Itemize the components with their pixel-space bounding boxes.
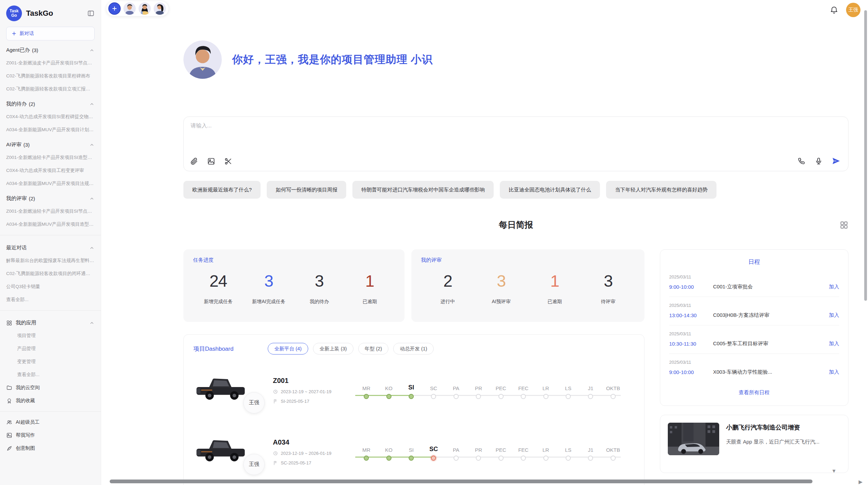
sidebar-item[interactable]: C0X4-动力总成开发项目工程变更评审 [5, 164, 95, 177]
recent-item[interactable]: 解释最新出台的欧盟报废车法规再生塑料比例被调至15%... [5, 254, 95, 267]
chevron-up-icon [89, 320, 95, 326]
milestone-label: J1 [579, 382, 602, 391]
section-header-recent[interactable]: 最近对话 [5, 239, 95, 254]
horizontal-scrollbar[interactable] [110, 480, 812, 483]
new-chat-button[interactable]: 新对话 [6, 27, 95, 40]
recent-item[interactable]: C02-飞腾新能源轻客改款项目的闭环通告反馈情况 [5, 267, 95, 280]
creative-drawing-label: 创意制图 [16, 445, 35, 451]
agent-avatar-1[interactable] [123, 2, 136, 15]
sidebar-item[interactable]: Z001-全新燃油轻卡产品开发项目SI造型提交物评审 [5, 151, 95, 164]
tab-year-model[interactable]: 年型 (2) [358, 343, 389, 355]
milestone-label: PR [467, 444, 490, 453]
chat-input[interactable] [191, 122, 656, 143]
sidebar-item[interactable]: C0X4-动力总成开发项目SI里程碑提交物检查 [5, 110, 95, 123]
stat-value: 3 [581, 272, 635, 290]
section-header-my-review[interactable]: 我的评审 (2) [5, 190, 95, 205]
attachment-paperclip-icon[interactable] [190, 157, 198, 165]
stat-review-overdue: 1 已逾期 [528, 272, 581, 305]
stat-label: 待评审 [581, 299, 635, 305]
join-link[interactable]: 加入 [829, 369, 839, 375]
app-item-product-mgmt[interactable]: 产品管理 [5, 342, 95, 355]
chevron-up-icon [89, 101, 95, 107]
screenshot-scissors-icon[interactable] [224, 157, 232, 165]
project-dates: 2023-12-19 ~ 2027-01-19 [273, 389, 355, 394]
project-flag-label: SC-2025-05-17 [281, 460, 311, 465]
news-card[interactable]: 小鹏飞行汽车制造公司增资 天眼查 App 显示，近日广州汇天飞行汽... [660, 415, 848, 473]
milestone-pr: PR [467, 382, 490, 399]
app-item-change-mgmt[interactable]: 变更管理 [5, 355, 95, 368]
milestone-label: SC [422, 382, 445, 391]
stat-label: 新增完成任务 [193, 299, 243, 305]
dashboard-tabs: 全新平台 (4) 全新上装 (3) 年型 (2) 动总开发 (1) [268, 343, 434, 355]
suggestion-chip[interactable]: 当下年轻人对汽车外观有怎样的喜好趋势 [606, 181, 716, 199]
recent-item[interactable]: 公司Q3轻卡销量 [5, 280, 95, 293]
sidebar-collapse-icon[interactable] [87, 10, 95, 17]
agent-avatar-3[interactable] [154, 2, 166, 15]
section-header-my-todo[interactable]: 我的待办 (2) [5, 96, 95, 110]
scroll-right-arrow[interactable]: ▶ [858, 479, 863, 484]
new-chat-label: 新对话 [20, 30, 34, 37]
agent-avatar-2[interactable] [138, 2, 151, 15]
join-link[interactable]: 加入 [829, 340, 839, 347]
project-dates: 2023-12-19 ~ 2026-01-19 [273, 451, 355, 456]
project-row[interactable]: 王强 A034 2023-12-19 ~ 2026-01-19 SC-2025-… [193, 426, 635, 478]
sidebar-item[interactable]: A034-全新新能源MUV产品开发项目法规符合性评审 [5, 177, 95, 190]
tab-new-body[interactable]: 全新上装 (3) [313, 343, 353, 355]
milestone-sc: SC [422, 382, 445, 399]
stat-value: 3 [294, 272, 345, 290]
voice-call-phone-icon[interactable] [797, 157, 806, 165]
briefing-title: 每日简报 [183, 219, 848, 231]
send-icon[interactable] [832, 157, 841, 165]
app-item-project-mgmt[interactable]: 项目管理 [5, 329, 95, 342]
sidebar-item-help-me-write[interactable]: 帮我写作 [5, 429, 95, 442]
sidebar-item[interactable]: A034-全新新能源MUV产品开发项目造型可行性评审 [5, 218, 95, 231]
project-name: A034 [273, 438, 355, 446]
section-header-agent-done[interactable]: Agent已办 (3) [5, 42, 95, 57]
stat-in-progress: 2 进行中 [421, 272, 474, 305]
microphone-icon[interactable] [815, 157, 823, 165]
schedule-event-title: C005-整车工程目标评审 [713, 340, 824, 347]
milestone-oktb: OKTB [602, 382, 624, 399]
sidebar-item-creative-drawing[interactable]: 创意制图 [5, 442, 95, 455]
suggestion-chip[interactable]: 特朗普可能对进口汽车增税会对中国车企造成哪些影响 [352, 181, 494, 199]
folder-icon [6, 385, 12, 391]
sidebar-item[interactable]: C02-飞腾新能源轻客改款项目里程碑画布 [5, 70, 95, 83]
milestone-node [454, 394, 459, 399]
layout-grid-icon[interactable] [840, 221, 848, 229]
suggestion-chip[interactable]: 欧洲新规最近颁布了什么? [183, 181, 261, 199]
vertical-scrollbar[interactable] [864, 10, 867, 301]
upload-image-icon[interactable] [207, 157, 215, 165]
topbar-right: 王强 [830, 3, 860, 17]
suggestion-chip[interactable]: 如何写一份清晰的项目周报 [267, 181, 346, 199]
sidebar-item-favorites[interactable]: 我的收藏 [5, 394, 95, 407]
recent-view-all[interactable]: 查看全部... [5, 293, 95, 306]
scroll-down-arrow[interactable]: ▼ [831, 468, 836, 473]
join-link[interactable]: 加入 [829, 284, 839, 290]
sidebar-item[interactable]: Z001-全新燃油皮卡产品开发项目SI节点Lesson Learn报告 [5, 57, 95, 70]
section-header-ai-review[interactable]: AI评审 (3) [5, 136, 95, 151]
apps-view-all[interactable]: 查看全部... [5, 368, 95, 381]
sidebar-item-cloud-space[interactable]: 我的云空间 [5, 381, 95, 394]
tab-new-platform[interactable]: 全新平台 (4) [268, 343, 308, 355]
briefing-header: 每日简报 [183, 219, 848, 232]
project-row[interactable]: 王强 Z001 2023-12-19 ~ 2027-01-19 SI-2025-… [193, 364, 635, 416]
milestone-ko: KO [377, 444, 400, 461]
milestone-node [611, 394, 616, 399]
suggestion-chip[interactable]: 比亚迪全固态电池计划具体说了什么 [500, 181, 600, 199]
user-avatar[interactable]: 王强 [846, 3, 860, 17]
view-all-schedule-link[interactable]: 查看所有日程 [669, 382, 839, 399]
sidebar-item-my-apps[interactable]: 我的应用 [5, 315, 95, 329]
schedule-date: 2025/03/11 [669, 274, 839, 279]
sidebar-item[interactable]: C02-飞腾新能源轻客改款项目立项汇报方案 [5, 83, 95, 96]
join-link[interactable]: 加入 [829, 312, 839, 319]
sidebar-item[interactable]: Z001-全新燃油轻卡产品开发项目SI节点属性5D文件评审 [5, 205, 95, 218]
notifications-bell-icon[interactable] [830, 5, 839, 14]
image-icon [6, 432, 12, 438]
add-agent-button[interactable] [108, 2, 121, 15]
sidebar-item-ai-super-staff[interactable]: AI超级员工 [5, 416, 95, 429]
schedule-card: 日程 2025/03/11 9:00-10:00 C001-立项审批会 加入 2… [660, 249, 848, 406]
milestone-timeline: MRKOSISCPAPRPECFECLRLSJ1OKTB [355, 382, 624, 399]
sidebar-item[interactable]: A034-全新新能源MUV产品开发项目计划变更表编写 [5, 123, 95, 136]
tab-powertrain[interactable]: 动总开发 (1) [393, 343, 434, 355]
schedule-event-title: X003-车辆动力学性能验... [713, 369, 824, 375]
